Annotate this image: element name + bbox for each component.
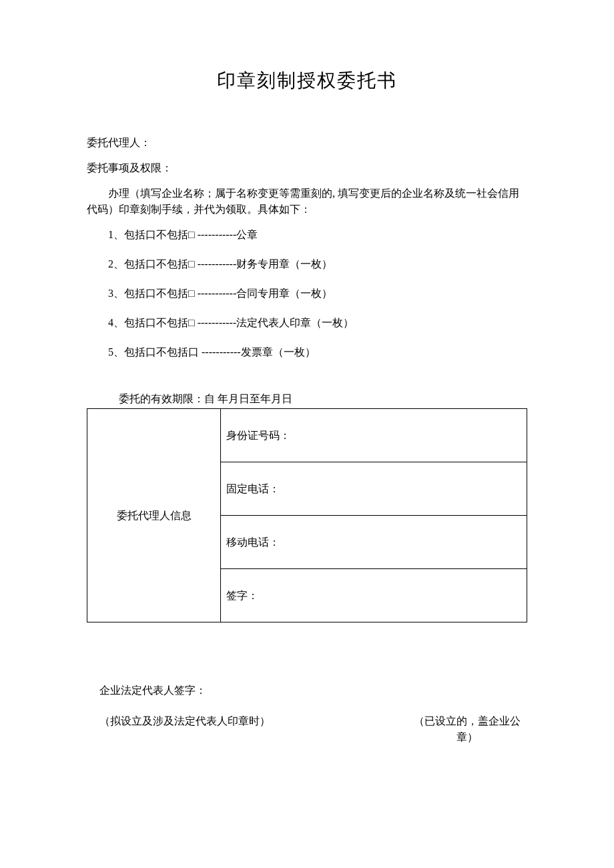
signature-block: 企业法定代表人签字： （拟设立及涉及法定代表人印章时） （已设立的，盖企业公章） [99,683,527,745]
note-left: （拟设立及涉及法定代表人印章时） [99,713,270,745]
validity-period: 委托的有效期限：自 年月日至年月日 [119,391,527,407]
list-item: 3、包括口不包括□ -----------合同专用章（一枚） [108,286,527,302]
mobile-phone-cell: 移动电话： [221,516,527,569]
note-right: （已设立的，盖企业公章） [407,713,527,745]
list-item: 1、包括口不包括□ -----------公章 [108,227,527,243]
instruction-text: 办理（填写企业名称；属于名称变更等需重刻的, 填写变更后的企业名称及统一社会信用… [87,185,527,218]
id-number-cell: 身份证号码： [221,409,527,462]
item-list: 1、包括口不包括□ -----------公章 2、包括口不包括□ ------… [87,227,527,360]
list-item: 2、包括口不包括□ -----------财务专用章（一枚） [108,256,527,272]
list-item: 4、包括口不包括□ -----------法定代表人印章（一枚） [108,315,527,331]
signature-cell: 签字： [221,569,527,622]
document-title: 印章刻制授权委托书 [87,67,527,95]
list-item: 5、包括口不包括口 -----------发票章（一枚） [108,344,527,360]
agent-label: 委托代理人： [87,135,527,151]
scope-label: 委托事项及权限： [87,160,527,176]
agent-info-table: 委托代理人信息 身份证号码： 固定电话： 移动电话： 签字： [87,408,527,622]
fixed-phone-cell: 固定电话： [221,462,527,516]
table-left-header: 委托代理人信息 [87,409,221,622]
legal-rep-signature: 企业法定代表人签字： [99,683,527,699]
